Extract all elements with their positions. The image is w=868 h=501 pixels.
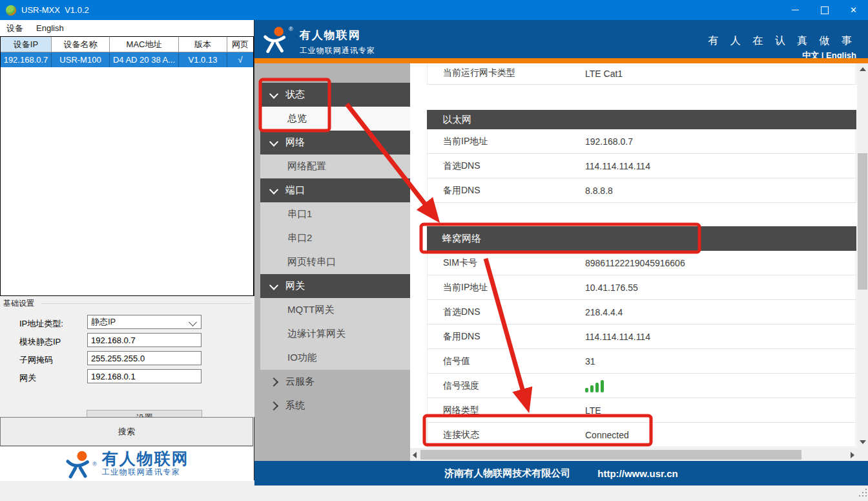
- chevron-right-icon: [269, 401, 278, 410]
- footer-company: 济南有人物联网技术有限公司: [444, 467, 570, 480]
- web-footer: 济南有人物联网技术有限公司 http://www.usr.cn: [254, 461, 868, 485]
- ip-type-label: IP地址类型:: [19, 318, 63, 330]
- nav-group-cloud[interactable]: 云服务: [260, 370, 410, 394]
- scroll-up-arrow-icon[interactable]: [860, 67, 866, 71]
- chevron-right-icon: [269, 377, 278, 386]
- ip-type-value: 静态IP: [91, 316, 116, 328]
- accent-bar: [254, 58, 868, 63]
- trademark-symbol: ®: [92, 461, 97, 467]
- device-list: 设备IP 设备名称 MAC地址 版本 网页 192.168.0.7 USR-M1…: [0, 36, 254, 296]
- status-row-eth-dns2: 备用DNS 8.8.8.8: [427, 178, 856, 203]
- nav-item-overview[interactable]: 总览: [260, 107, 410, 131]
- status-row-sim: SIM卡号 89861122219045916606: [427, 251, 856, 275]
- scroll-down-arrow-icon[interactable]: [860, 440, 866, 444]
- device-row-selected[interactable]: 192.168.0.7 USR-M100 D4 AD 20 38 A... V1…: [1, 52, 253, 67]
- nav-item-mqtt-gateway[interactable]: MQTT网关: [260, 298, 410, 322]
- status-overview-content: 当前运行网卡类型 LTE Cat1 以太网 当前IP地址 192.168.0.7…: [410, 63, 857, 448]
- gateway-input[interactable]: [87, 369, 202, 383]
- nav-group-status[interactable]: 状态: [260, 83, 410, 107]
- status-row-signal-value: 信号值 31: [427, 349, 856, 374]
- window-titlebar: USR-MXX V1.0.2 ✕: [0, 0, 868, 20]
- status-row-connection-state: 连接状态 Connected: [427, 423, 856, 447]
- maximize-icon: [821, 6, 829, 14]
- section-header-cellular: 蜂窝网络: [427, 226, 856, 251]
- column-header-version[interactable]: 版本: [179, 37, 227, 52]
- chevron-down-icon: [269, 89, 278, 98]
- device-version-cell: V1.0.13: [179, 52, 227, 67]
- status-row-eth-dns1: 首选DNS 114.114.114.114: [427, 154, 856, 178]
- usr-person-icon: [64, 450, 92, 478]
- usr-logo: ® 有人物联网 工业物联网通讯专家: [0, 446, 253, 481]
- maximize-button[interactable]: [810, 0, 839, 20]
- device-web-checkmark: √: [227, 52, 253, 67]
- status-row-cell-dns1: 首选DNS 218.4.4.4: [427, 300, 856, 325]
- logo-title: 有人物联网: [102, 450, 189, 467]
- scroll-right-arrow-icon[interactable]: [851, 452, 854, 458]
- chevron-down-icon: [269, 185, 278, 194]
- nav-item-network-config[interactable]: 网络配置: [260, 155, 410, 178]
- chevron-down-icon: [269, 281, 278, 290]
- groupbox-line: [41, 303, 252, 304]
- horizontal-scrollbar[interactable]: [410, 449, 857, 460]
- status-row-cell-ip: 当前IP地址 10.41.176.55: [427, 275, 856, 300]
- section-header-ethernet: 以太网: [427, 110, 856, 129]
- nav-group-network[interactable]: 网络: [260, 131, 410, 155]
- nav-group-gateway[interactable]: 网关: [260, 274, 410, 298]
- chevron-down-icon: [189, 318, 197, 326]
- subnet-mask-input[interactable]: [87, 351, 202, 365]
- minimize-button[interactable]: [781, 0, 810, 20]
- basic-settings-group: 基础设置 IP地址类型: 静态IP 模块静态IP 子网掩码 网关 设置: [0, 296, 254, 417]
- horizontal-scrollbar-thumb[interactable]: [420, 450, 801, 460]
- scrollbar-corner: [857, 448, 868, 461]
- company-slogan: 有 人 在 认 真 做 事: [708, 34, 856, 48]
- section-gap: [427, 85, 856, 110]
- nav-item-io-function[interactable]: IO功能: [260, 346, 410, 370]
- web-logo: ® 有人物联网 工业物联网通讯专家: [262, 26, 375, 56]
- status-row-signal-strength: 信号强度: [427, 374, 856, 398]
- section-gap: [427, 203, 856, 226]
- device-list-header: 设备IP 设备名称 MAC地址 版本 网页: [1, 37, 253, 52]
- column-header-mac[interactable]: MAC地址: [110, 37, 179, 52]
- status-row-nic-type: 当前运行网卡类型 LTE Cat1: [427, 63, 856, 85]
- device-mac-cell: D4 AD 20 38 A...: [110, 52, 179, 67]
- column-header-web[interactable]: 网页: [227, 37, 253, 52]
- nav-group-port[interactable]: 端口: [260, 178, 410, 202]
- device-tool-panel: 设备 English 设备IP 设备名称 MAC地址 版本 网页 192.168…: [0, 20, 254, 480]
- nav-item-serial2[interactable]: 串口2: [260, 226, 410, 250]
- app-window: USR-MXX V1.0.2 ✕ 设备 English 设备IP 设备名称 MA…: [0, 0, 868, 501]
- nav-item-serial1[interactable]: 串口1: [260, 202, 410, 226]
- device-ip-cell: 192.168.0.7: [1, 52, 52, 67]
- menu-english[interactable]: English: [30, 20, 70, 36]
- static-ip-label: 模块静态IP: [19, 336, 61, 348]
- row-label: 当前运行网卡类型: [428, 67, 585, 84]
- column-header-device-name[interactable]: 设备名称: [52, 37, 110, 52]
- usr-person-icon: [262, 26, 289, 53]
- status-row-cell-dns2: 备用DNS 114.114.114.114: [427, 325, 856, 349]
- signal-bars-icon: [585, 379, 856, 392]
- window-title: USR-MXX V1.0.2: [21, 5, 89, 15]
- web-header: ® 有人物联网 工业物联网通讯专家 有 人 在 认 真 做 事 中文 | Eng…: [254, 20, 868, 58]
- app-logo-icon: [6, 5, 16, 16]
- web-sidebar-nav: 状态 总览 网络 网络配置 端口 串口1 串口2 网页转串口 网关 M: [254, 63, 410, 461]
- window-controls: ✕: [781, 0, 868, 20]
- trademark-symbol: ®: [289, 26, 293, 56]
- close-button[interactable]: ✕: [839, 0, 868, 20]
- gateway-label: 网关: [19, 372, 36, 384]
- subnet-mask-label: 子网掩码: [19, 354, 53, 366]
- search-button[interactable]: 搜索: [0, 417, 253, 446]
- menubar: 设备 English: [0, 20, 254, 36]
- menu-device[interactable]: 设备: [0, 20, 30, 36]
- nav-item-edge-gateway[interactable]: 边缘计算网关: [260, 322, 410, 346]
- resize-grip[interactable]: [859, 495, 860, 496]
- column-header-device-ip[interactable]: 设备IP: [1, 37, 52, 52]
- vertical-scrollbar-thumb[interactable]: [858, 153, 867, 290]
- static-ip-input[interactable]: [87, 333, 202, 347]
- row-value: LTE Cat1: [585, 69, 856, 84]
- ip-type-select[interactable]: 静态IP: [87, 315, 202, 329]
- nav-group-system[interactable]: 系统: [260, 394, 410, 418]
- status-row-eth-ip: 当前IP地址 192.168.0.7: [427, 129, 856, 154]
- footer-url[interactable]: http://www.usr.cn: [597, 468, 677, 479]
- nav-item-web-to-serial[interactable]: 网页转串口: [260, 250, 410, 274]
- scroll-left-arrow-icon[interactable]: [413, 452, 417, 458]
- chevron-down-icon: [269, 137, 278, 146]
